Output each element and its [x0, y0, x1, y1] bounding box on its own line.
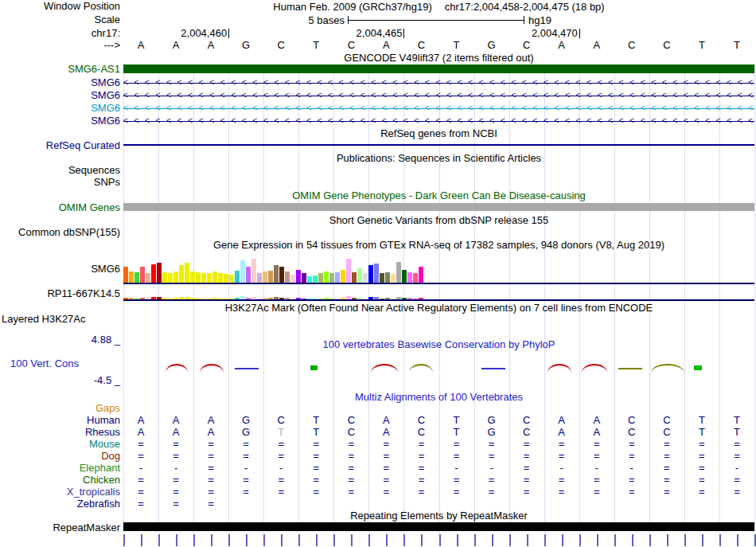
alignment-symbol[interactable]: =	[439, 451, 474, 462]
alignment-symbol[interactable]: =	[263, 486, 298, 498]
alignment-symbol[interactable]: =	[684, 475, 719, 486]
alignment-symbol[interactable]: =	[333, 439, 368, 450]
alignment-symbol[interactable]: C	[614, 427, 649, 438]
alignment-symbol[interactable]: =	[228, 486, 263, 498]
alignment-symbol[interactable]: -	[474, 463, 509, 474]
gtex-expression-bar[interactable]	[179, 265, 184, 283]
alignment-symbol[interactable]: =	[614, 439, 649, 450]
conservation-mark[interactable]	[409, 364, 433, 373]
ruler-coordinate[interactable]: 2,004,465	[327, 28, 402, 39]
alignment-symbol[interactable]: =	[684, 463, 719, 474]
ruler-base[interactable]: G	[228, 40, 263, 51]
alignment-symbol[interactable]: =	[193, 475, 228, 486]
ruler-base[interactable]: T	[439, 40, 474, 51]
gtex-expression-bar[interactable]	[224, 274, 228, 283]
alignment-symbol[interactable]: -	[158, 463, 193, 474]
ruler-base[interactable]: C	[403, 40, 438, 51]
gtex-expression-bar[interactable]	[196, 272, 201, 283]
gtex-expression-bar[interactable]	[385, 272, 390, 283]
alignment-symbol[interactable]: =	[263, 439, 298, 450]
alignment-symbol[interactable]: A	[368, 415, 403, 426]
gtex-expression-bar[interactable]	[407, 272, 412, 283]
gtex-expression-bar[interactable]	[257, 273, 262, 283]
alignment-symbol[interactable]: C	[509, 427, 544, 438]
alignment-symbol[interactable]: -	[439, 463, 474, 474]
alignment-symbol[interactable]: =	[123, 486, 158, 498]
alignment-symbol[interactable]: =	[123, 475, 158, 486]
gtex-expression-bar[interactable]	[363, 273, 368, 283]
alignment-symbol[interactable]: C	[614, 415, 649, 426]
gtex-expression-bar[interactable]	[307, 276, 312, 283]
alignment-symbol[interactable]: =	[368, 439, 403, 450]
alignment-symbol[interactable]: T	[684, 415, 719, 426]
gtex-expression-bar[interactable]	[246, 267, 251, 283]
gene-exon-box[interactable]	[123, 64, 754, 73]
alignment-symbol[interactable]: -	[614, 463, 649, 474]
alignment-symbol[interactable]: T	[439, 427, 474, 438]
alignment-symbol[interactable]: =	[298, 463, 333, 474]
conservation-mark[interactable]	[371, 364, 398, 373]
alignment-symbol[interactable]: =	[579, 486, 614, 498]
conservation-mark[interactable]	[694, 365, 702, 370]
alignment-symbol[interactable]: =	[684, 451, 719, 462]
ruler-base[interactable]: T	[719, 40, 754, 51]
gtex-expression-bar[interactable]	[240, 260, 245, 283]
alignment-symbol[interactable]: =	[193, 439, 228, 450]
alignment-symbol[interactable]: =	[158, 498, 193, 510]
alignment-symbol[interactable]: A	[579, 415, 614, 426]
gtex-expression-bar[interactable]	[290, 275, 295, 283]
alignment-symbol[interactable]: -	[228, 463, 263, 474]
alignment-symbol[interactable]: =	[474, 439, 509, 450]
gtex-expression-bar[interactable]	[134, 272, 139, 283]
alignment-symbol[interactable]: A	[123, 427, 158, 438]
gtex-expression-bar[interactable]	[296, 270, 301, 283]
conservation-mark[interactable]	[235, 368, 259, 369]
gtex-expression-bar[interactable]	[324, 272, 329, 283]
gtex-expression-bar[interactable]	[419, 267, 423, 283]
alignment-symbol[interactable]: =	[649, 486, 684, 498]
gtex-expression-bar[interactable]	[235, 271, 240, 283]
gtex-gene-baseline[interactable]	[123, 299, 754, 301]
gtex-expression-bar[interactable]	[357, 268, 362, 283]
gtex-expression-bar[interactable]	[173, 272, 178, 283]
alignment-symbol[interactable]: T	[684, 427, 719, 438]
alignment-symbol[interactable]: =	[368, 486, 403, 498]
alignment-symbol[interactable]: =	[649, 463, 684, 474]
repeatmasker-bar[interactable]	[123, 522, 754, 531]
alignment-symbol[interactable]: T	[719, 415, 754, 426]
alignment-symbol[interactable]: T	[263, 427, 298, 438]
gtex-expression-bar[interactable]	[335, 272, 340, 283]
alignment-symbol[interactable]: A	[123, 415, 158, 426]
alignment-symbol[interactable]: A	[193, 415, 228, 426]
alignment-symbol[interactable]: =	[474, 475, 509, 486]
alignment-symbol[interactable]: =	[474, 451, 509, 462]
alignment-symbol[interactable]: =	[509, 463, 544, 474]
alignment-symbol[interactable]: =	[158, 475, 193, 486]
ruler-base[interactable]: A	[123, 40, 158, 51]
alignment-symbol[interactable]: =	[123, 498, 158, 510]
gtex-expression-bar[interactable]	[374, 264, 379, 283]
alignment-symbol[interactable]: =	[684, 439, 719, 450]
conservation-mark[interactable]	[618, 368, 642, 369]
alignment-symbol[interactable]: =	[298, 451, 333, 462]
alignment-symbol[interactable]: =	[719, 439, 754, 450]
alignment-symbol[interactable]: =	[333, 475, 368, 486]
gtex-expression-bar[interactable]	[346, 259, 351, 283]
gtex-expression-bar[interactable]	[140, 267, 145, 283]
gtex-expression-bar[interactable]	[396, 262, 401, 283]
alignment-symbol[interactable]: =	[403, 451, 438, 462]
gene-intron-arrows[interactable]: <<<<<<<<<<<<<<<<<<<<<<<<<<<<<<<<<<<<<<<<…	[123, 103, 754, 114]
gene-intron-arrows[interactable]: <<<<<<<<<<<<<<<<<<<<<<<<<<<<<<<<<<<<<<<<…	[123, 77, 754, 88]
alignment-symbol[interactable]: -	[719, 463, 754, 474]
gtex-expression-bar[interactable]	[402, 270, 407, 283]
gtex-expression-bar[interactable]	[123, 267, 128, 283]
alignment-symbol[interactable]: =	[544, 475, 579, 486]
ruler-base[interactable]: C	[263, 40, 298, 51]
conservation-mark[interactable]	[310, 365, 318, 370]
alignment-symbol[interactable]: T	[719, 427, 754, 438]
alignment-symbol[interactable]: A	[544, 427, 579, 438]
alignment-symbol[interactable]: =	[368, 463, 403, 474]
alignment-symbol[interactable]: =	[333, 451, 368, 462]
ruler-base[interactable]: G	[474, 40, 509, 51]
alignment-symbol[interactable]: =	[123, 451, 158, 462]
